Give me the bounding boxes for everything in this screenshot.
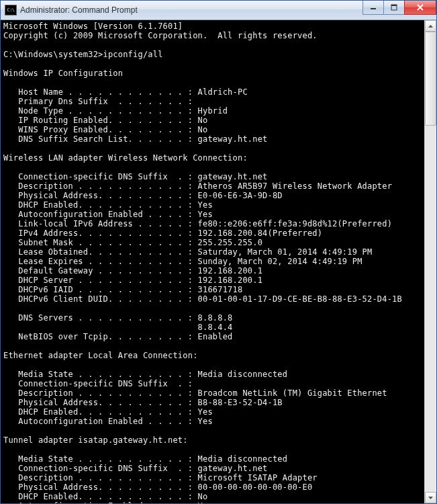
scrollbar-thumb[interactable] (425, 32, 436, 126)
close-icon (416, 4, 424, 11)
maximize-button[interactable] (383, 1, 405, 15)
scroll-up-button[interactable] (425, 20, 436, 32)
minimize-button[interactable] (362, 1, 384, 15)
window-controls (363, 1, 436, 19)
maximize-icon (391, 4, 397, 11)
app-icon: C:\ (5, 5, 17, 15)
window-title: Administrator: Command Prompt (20, 5, 363, 15)
client-area: Microsoft Windows [Version 6.1.7601] Cop… (1, 20, 436, 503)
vertical-scrollbar[interactable] (424, 20, 436, 503)
terminal-output[interactable]: Microsoft Windows [Version 6.1.7601] Cop… (1, 20, 424, 503)
titlebar[interactable]: C:\ Administrator: Command Prompt (1, 1, 436, 20)
chevron-down-icon (428, 497, 433, 499)
minimize-icon (370, 4, 377, 11)
scroll-down-button[interactable] (425, 492, 436, 503)
command-prompt-window: C:\ Administrator: Command Prompt Micros… (0, 0, 437, 504)
svg-marker-6 (428, 497, 433, 499)
chevron-up-icon (428, 25, 433, 28)
scrollbar-track[interactable] (425, 32, 436, 492)
close-button[interactable] (404, 1, 436, 15)
svg-marker-5 (428, 25, 433, 28)
